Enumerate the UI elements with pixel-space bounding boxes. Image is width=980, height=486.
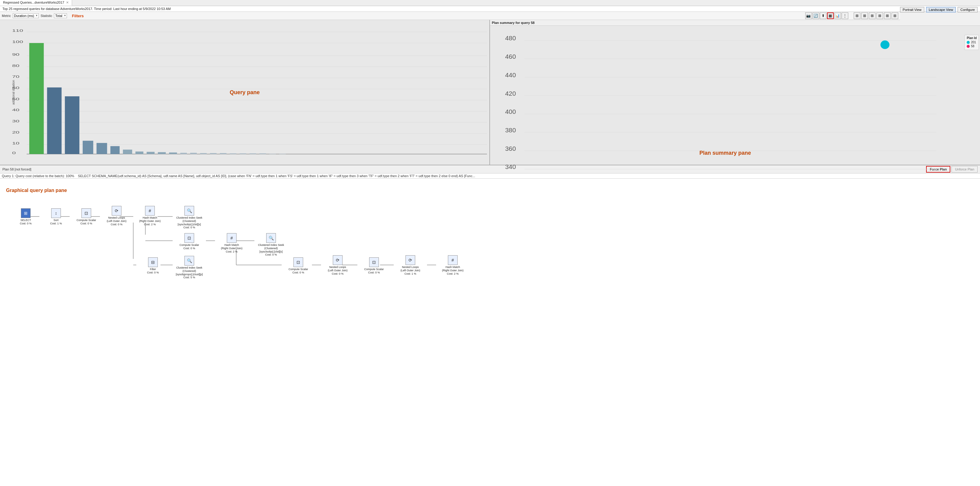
select-icon: ⊞ <box>21 208 30 218</box>
svg-text:100: 100 <box>12 40 23 44</box>
hash3-icon: # <box>448 255 458 265</box>
svg-rect-35 <box>180 153 187 154</box>
plan-legend: Plan Id 201 58 <box>964 35 979 50</box>
scalar4-icon: ⊡ <box>369 257 379 267</box>
query-bar-chart: 110 100 90 80 70 60 50 40 30 20 10 0 <box>12 22 487 156</box>
svg-text:380: 380 <box>505 127 516 133</box>
landscape-view-btn[interactable]: Landscape View <box>926 7 956 13</box>
svg-text:460: 460 <box>505 53 516 60</box>
plan-node-clustered3[interactable]: 🔍 Clustered Index Seek(Clustered)[sysobj… <box>173 256 206 279</box>
top-info-text: Top 25 regressed queries for database Ad… <box>2 7 171 11</box>
nested3-label: Nested Loops(Left Outer Join)Cost: 1 % <box>400 265 420 275</box>
graphical-plan-area[interactable]: Graphical query plan pane <box>0 179 980 486</box>
export-btn[interactable]: ⬆ <box>820 13 826 19</box>
configure-btn[interactable]: Configure <box>958 7 978 13</box>
plan-node-clustered1[interactable]: 🔍 Clustered Index Seek(Clustered)[syscls… <box>173 206 206 229</box>
svg-rect-31 <box>135 151 143 154</box>
svg-text:70: 70 <box>12 75 19 79</box>
sort-icon: ↕ <box>51 208 61 218</box>
svg-text:110: 110 <box>12 29 23 33</box>
nested2-label: Nested Loops(Left Outer Join)Cost: 0 % <box>328 265 347 275</box>
tab-close[interactable]: ✕ <box>66 1 69 4</box>
tr-icon5[interactable]: ⊞ <box>884 13 891 19</box>
clustered1-label: Clustered Index Seek(Clustered)[sysclsob… <box>176 216 202 229</box>
plan-node-nested3[interactable]: ⟳ Nested Loops(Left Outer Join)Cost: 1 % <box>394 255 427 275</box>
plan-node-scalar4[interactable]: ⊡ Compute ScalarCost: 0 % <box>357 257 391 274</box>
main-toolbar: Metric Duration (ms) Statistic Total Fil… <box>0 12 900 20</box>
legend-label-58: 58 <box>971 44 974 48</box>
plan-node-select[interactable]: ⊞ SELECTCost: 0 % <box>9 208 42 225</box>
svg-text:60: 60 <box>12 86 19 90</box>
hash2-icon: # <box>227 233 237 243</box>
plan-node-nested2[interactable]: ⟳ Nested Loops(Left Outer Join)Cost: 0 % <box>321 255 354 275</box>
svg-rect-34 <box>169 152 177 154</box>
legend-dot-201 <box>967 41 970 44</box>
svg-rect-39 <box>220 153 226 154</box>
tab-bar: Regressed Queries...dventureWorks2017 ✕ <box>0 0 980 6</box>
select-label: SELECTCost: 0 % <box>20 219 32 225</box>
metric-label: Metric <box>2 14 11 17</box>
svg-rect-30 <box>123 149 132 154</box>
main-tab[interactable]: Regressed Queries...dventureWorks2017 ✕ <box>0 0 72 6</box>
plan-node-scalar2[interactable]: ⊡ Compute ScalarCost: 0 % <box>173 233 206 250</box>
chart-btn[interactable]: 📊 <box>834 13 841 19</box>
plan-node-clustered2[interactable]: 🔍 Clustered Index Seek(Clustered)[syscls… <box>255 233 288 256</box>
svg-rect-37 <box>200 153 207 154</box>
tr-icon2[interactable]: ⊞ <box>861 13 868 19</box>
plan-node-hash3[interactable]: # Hash Match(Right Outer Join)Cost: 2 % <box>436 255 469 275</box>
plan-node-hash2[interactable]: # Hash Match(Right Outer Join)Cost: 2 % <box>215 233 248 253</box>
hash2-label: Hash Match(Right Outer Join)Cost: 2 % <box>221 243 242 253</box>
main-split: additional duration Query pane 110 100 9… <box>0 20 980 165</box>
tr-icon6[interactable]: ⊞ <box>892 13 898 19</box>
tr-icon4[interactable]: ⊞ <box>877 13 883 19</box>
scalar2-label: Compute ScalarCost: 0 % <box>180 243 199 250</box>
top-info-bar: Top 25 regressed queries for database Ad… <box>0 6 980 12</box>
plan-node-hash1[interactable]: # Hash Match(Right Outer Join)Cost: 2 % <box>133 206 167 226</box>
hash1-icon: # <box>145 206 155 216</box>
nested2-icon: ⟳ <box>333 255 342 265</box>
metric-select-wrapper[interactable]: Duration (ms) <box>13 13 39 18</box>
tr-icon1[interactable]: ⊞ <box>854 13 861 19</box>
plan-node-scalar1[interactable]: ⊡ Compute ScalarCost: 0 % <box>70 208 103 225</box>
tab-label: Regressed Queries...dventureWorks2017 <box>3 1 64 4</box>
svg-text:20: 20 <box>12 130 19 134</box>
more-btn[interactable]: ⋮ <box>842 13 848 19</box>
plan-node-sort[interactable]: ↕ SortCost: 1 % <box>39 208 73 225</box>
svg-rect-32 <box>146 152 154 154</box>
metric-select[interactable]: Duration (ms) <box>13 13 39 18</box>
plan-node-nested1[interactable]: ⟳ Nested Loops(Left Outer Join)Cost: 0 % <box>100 206 133 226</box>
svg-text:30: 30 <box>12 120 19 123</box>
svg-text:400: 400 <box>505 108 516 115</box>
hash3-label: Hash Match(Right Outer Join)Cost: 2 % <box>442 265 463 275</box>
portrait-view-btn[interactable]: Portrait View <box>900 7 924 13</box>
refresh-btn[interactable]: 🔄 <box>813 13 819 19</box>
svg-rect-41 <box>240 154 246 154</box>
svg-rect-28 <box>97 143 107 154</box>
tr-icon3[interactable]: ⊞ <box>869 13 875 19</box>
camera-btn[interactable]: 📷 <box>805 13 812 19</box>
legend-dot-58 <box>967 45 970 48</box>
query-cost-text: Query 1: Query cost (relative to the bat… <box>2 174 74 178</box>
query-sql-text: SELECT SCHEMA_NAME(udf.schema_id) AS [Sc… <box>78 174 475 178</box>
plan-summary-pane: Plan summary for query 58 Plan summary p… <box>490 20 980 165</box>
svg-text:80: 80 <box>12 64 19 68</box>
grid-toggle-btn[interactable]: ▦ <box>827 13 834 19</box>
scalar3-icon: ⊡ <box>293 257 303 267</box>
clustered1-icon: 🔍 <box>185 206 194 216</box>
svg-rect-24 <box>29 43 44 154</box>
statistic-select-wrapper[interactable]: Total <box>54 13 67 18</box>
svg-rect-25 <box>47 87 62 154</box>
svg-text:440: 440 <box>505 71 516 78</box>
plan-node-scalar3[interactable]: ⊡ Compute ScalarCost: 0 % <box>282 257 315 274</box>
svg-text:340: 340 <box>505 164 516 170</box>
scalar4-label: Compute ScalarCost: 0 % <box>364 268 384 274</box>
clustered3-label: Clustered Index Seek(Clustered)[sysobjpr… <box>176 266 203 279</box>
nested1-label: Nested Loops(Left Outer Join)Cost: 0 % <box>107 216 126 226</box>
statistic-select[interactable]: Total <box>54 13 67 18</box>
statistic-label: Statistic <box>41 14 52 17</box>
plan-node-filter[interactable]: ⊟ FilterCost: 0 % <box>136 257 170 274</box>
svg-rect-40 <box>230 154 237 154</box>
clustered3-icon: 🔍 <box>185 256 194 265</box>
query-pane: additional duration Query pane 110 100 9… <box>0 20 490 165</box>
nested3-icon: ⟳ <box>406 255 415 265</box>
